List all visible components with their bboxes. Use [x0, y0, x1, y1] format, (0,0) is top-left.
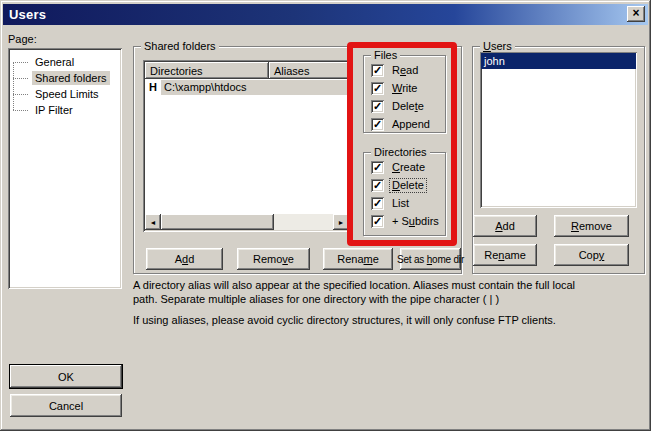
ok-button[interactable]: OK: [10, 365, 122, 388]
checkbox-checked-icon[interactable]: ✓: [371, 100, 384, 113]
tree-item-label[interactable]: General: [32, 55, 77, 69]
tree-item-general[interactable]: General: [13, 54, 119, 70]
tree-item-label-selected[interactable]: Shared folders: [32, 71, 110, 85]
checkbox-checked-icon[interactable]: ✓: [371, 215, 384, 228]
users-dialog: Users × Page: General Shared folders Spe…: [0, 0, 651, 431]
directories-group-label: Directories: [371, 146, 430, 159]
page-tree[interactable]: General Shared folders Speed Limits IP F…: [8, 48, 122, 289]
add-directory-button[interactable]: Add: [146, 248, 223, 270]
alias-help-text: A directory alias will also appear at th…: [133, 278, 649, 327]
checkbox-label-delete-dir[interactable]: Delete: [390, 179, 426, 192]
directories-listview[interactable]: Directories Aliases H C:\xampp\htdocs ◄ …: [143, 60, 351, 232]
alias-help-line1: A directory alias will also appear at th…: [133, 278, 649, 292]
tree-stub: [13, 110, 28, 111]
checkbox-checked-icon[interactable]: ✓: [371, 82, 384, 95]
tree-stub: [13, 62, 28, 63]
checkbox-label-delete-file[interactable]: Delete: [390, 100, 426, 113]
tree-stub: [13, 94, 28, 95]
checkbox-row-append[interactable]: ✓ Append: [371, 117, 432, 131]
horizontal-scrollbar[interactable]: ◄ ►: [145, 214, 349, 230]
shared-folders-group-label: Shared folders: [141, 40, 219, 53]
checkbox-label-append[interactable]: Append: [390, 118, 432, 131]
checkbox-row-subdirs[interactable]: ✓ + Subdirs: [371, 214, 441, 228]
scroll-right-button[interactable]: ►: [333, 214, 349, 230]
scroll-left-icon: ◄: [150, 219, 157, 226]
checkbox-label-read[interactable]: Read: [390, 64, 420, 77]
listview-header: Directories Aliases: [145, 62, 349, 79]
directory-row[interactable]: H C:\xampp\htdocs: [145, 79, 349, 95]
remove-user-button[interactable]: Remove: [554, 215, 629, 237]
tree-item-shared-folders[interactable]: Shared folders: [13, 70, 119, 86]
set-as-home-dir-button[interactable]: Set as home dir: [400, 248, 461, 270]
page-label: Page:: [8, 33, 37, 45]
column-header-aliases[interactable]: Aliases: [269, 62, 349, 79]
cancel-button[interactable]: Cancel: [10, 394, 122, 417]
checkbox-label-create[interactable]: Create: [390, 161, 427, 174]
add-user-button[interactable]: Add: [473, 215, 537, 237]
files-group-label: Files: [371, 49, 400, 62]
checkbox-row-create[interactable]: ✓ Create: [371, 160, 427, 174]
rename-user-button[interactable]: Rename: [473, 244, 537, 266]
files-group: Files ✓ Read ✓ Write ✓ Delete ✓ Append: [363, 55, 446, 133]
checkbox-checked-icon[interactable]: ✓: [371, 161, 384, 174]
directories-group: Directories ✓ Create ✓ Delete ✓ List ✓ +…: [363, 152, 446, 236]
checkbox-label-list[interactable]: List: [390, 197, 411, 210]
directory-path[interactable]: C:\xampp\htdocs: [161, 80, 349, 95]
close-icon: ×: [632, 6, 639, 20]
scroll-left-button[interactable]: ◄: [145, 214, 161, 230]
tree-item-ip-filter[interactable]: IP Filter: [13, 102, 119, 118]
remove-directory-button[interactable]: Remove: [237, 248, 310, 270]
checkbox-checked-icon[interactable]: ✓: [371, 118, 384, 131]
checkbox-row-read[interactable]: ✓ Read: [371, 63, 420, 77]
checkbox-checked-icon[interactable]: ✓: [371, 64, 384, 77]
title-bar[interactable]: Users ×: [3, 4, 648, 25]
tree-stub: [13, 78, 28, 79]
checkbox-row-delete-dir[interactable]: ✓ Delete: [371, 178, 426, 192]
column-header-directories[interactable]: Directories: [145, 62, 269, 79]
alias-help-line3: If using aliases, please avoid cyclic di…: [133, 313, 649, 327]
checkbox-row-list[interactable]: ✓ List: [371, 196, 411, 210]
alias-help-line2: path. Separate multiple aliases for one …: [133, 292, 649, 306]
checkbox-label-subdirs[interactable]: + Subdirs: [390, 215, 441, 228]
copy-user-button[interactable]: Copy: [554, 244, 629, 266]
checkbox-row-delete-file[interactable]: ✓ Delete: [371, 99, 426, 113]
user-row-john[interactable]: john: [481, 53, 636, 69]
home-dir-flag: H: [145, 81, 161, 93]
users-listbox[interactable]: john: [480, 52, 637, 208]
tree-item-speed-limits[interactable]: Speed Limits: [13, 86, 119, 102]
scroll-right-icon: ►: [338, 219, 345, 226]
dialog-title: Users: [9, 7, 46, 22]
scrollbar-thumb[interactable]: [161, 214, 274, 230]
tree-item-label[interactable]: IP Filter: [32, 103, 76, 117]
checkbox-label-write[interactable]: Write: [390, 82, 419, 95]
rename-directory-button[interactable]: Rename: [323, 248, 393, 270]
checkbox-checked-icon[interactable]: ✓: [371, 197, 384, 210]
tree-item-label[interactable]: Speed Limits: [32, 87, 102, 101]
checkbox-row-write[interactable]: ✓ Write: [371, 81, 419, 95]
close-button[interactable]: ×: [627, 6, 645, 22]
checkbox-checked-icon[interactable]: ✓: [371, 179, 384, 192]
